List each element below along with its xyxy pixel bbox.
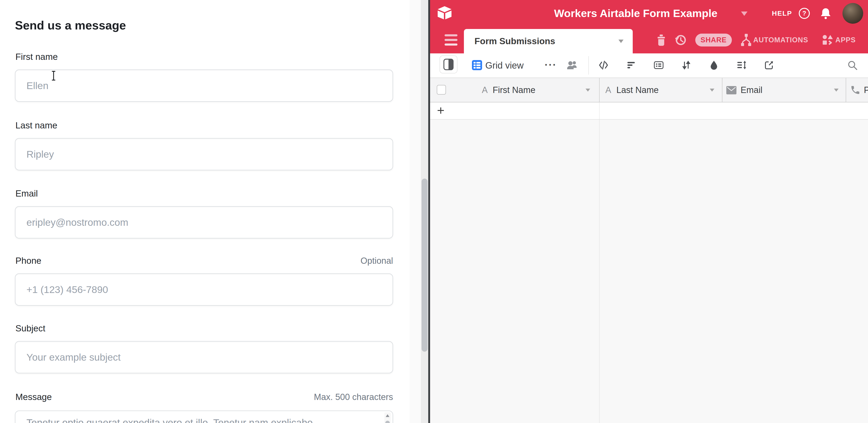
help-glyph: ? bbox=[802, 10, 806, 17]
email-label: Email bbox=[16, 188, 38, 199]
base-title-caret-icon[interactable] bbox=[741, 11, 747, 16]
email-input[interactable]: eripley@nostromo.com bbox=[15, 206, 393, 238]
email-field-icon bbox=[726, 86, 737, 94]
grid-header-row: A First Name A Last Name Email Phone bbox=[430, 78, 868, 102]
notifications-bell-icon[interactable] bbox=[820, 8, 831, 19]
airtable-logo-icon[interactable] bbox=[437, 6, 452, 20]
sidebar-toggle-button[interactable] bbox=[439, 56, 458, 73]
column-last-name[interactable]: Last Name bbox=[616, 78, 659, 102]
message-textarea[interactable]: Tenetur optio quaerat expedita vero et i… bbox=[15, 411, 393, 423]
form-page-gutter bbox=[410, 0, 421, 423]
sort-icon[interactable] bbox=[681, 60, 691, 70]
add-row-plus-icon[interactable]: + bbox=[437, 102, 444, 119]
column-divider[interactable] bbox=[846, 78, 846, 102]
user-avatar[interactable] bbox=[842, 3, 863, 24]
message-scrollbar-thumb[interactable] bbox=[385, 421, 390, 423]
first-name-input[interactable]: Ellen bbox=[15, 69, 393, 102]
airtable-topbar: Workers Airtable Form Example HELP ? bbox=[430, 0, 868, 27]
row-height-icon[interactable] bbox=[737, 60, 747, 70]
sidebar-toggle-icon bbox=[443, 59, 454, 70]
column-phone[interactable]: Phone bbox=[864, 78, 868, 102]
column-divider[interactable] bbox=[722, 78, 722, 102]
share-view-icon[interactable] bbox=[764, 60, 774, 70]
automations-button[interactable]: AUTOMATIONS bbox=[753, 27, 808, 53]
text-cursor-icon bbox=[51, 70, 56, 81]
frozen-column-divider bbox=[599, 102, 599, 119]
history-icon[interactable] bbox=[675, 34, 686, 46]
share-label: SHARE bbox=[701, 36, 727, 44]
tab-label: Form Submissions bbox=[474, 29, 555, 53]
email-placeholder: eripley@nostromo.com bbox=[26, 217, 128, 228]
hide-fields-icon[interactable] bbox=[598, 60, 609, 70]
first-name-placeholder: Ellen bbox=[26, 80, 49, 91]
trash-icon[interactable] bbox=[656, 34, 666, 46]
phone-field-icon bbox=[850, 85, 861, 95]
message-label: Message bbox=[16, 392, 52, 402]
phone-optional-note: Optional bbox=[361, 255, 393, 266]
airtable-panel: Workers Airtable Form Example HELP ? For… bbox=[430, 0, 868, 423]
color-icon[interactable] bbox=[709, 60, 719, 70]
last-name-input[interactable]: Ripley bbox=[15, 138, 393, 170]
tab-form-submissions[interactable]: Form Submissions bbox=[464, 29, 633, 53]
column-caret-icon[interactable] bbox=[834, 89, 839, 92]
phone-label: Phone bbox=[16, 255, 41, 266]
page-scrollbar-thumb[interactable] bbox=[422, 179, 428, 352]
view-name[interactable]: Grid view bbox=[485, 53, 524, 78]
last-name-placeholder: Ripley bbox=[26, 149, 54, 160]
column-caret-icon[interactable] bbox=[710, 89, 714, 92]
grid-empty-area bbox=[430, 120, 868, 423]
scroll-up-arrow-icon[interactable] bbox=[386, 414, 390, 417]
apps-icon[interactable] bbox=[823, 34, 833, 46]
airtable-tablebar: Form Submissions SHARE bbox=[430, 27, 868, 53]
help-circle-icon[interactable]: ? bbox=[799, 8, 810, 19]
group-icon[interactable] bbox=[654, 60, 664, 70]
search-icon[interactable] bbox=[847, 60, 858, 70]
select-all-checkbox[interactable] bbox=[437, 85, 446, 95]
view-toolbar: Grid view ··· bbox=[430, 53, 868, 78]
contact-form-panel: Send us a message First name Ellen Last … bbox=[0, 0, 410, 423]
collaborators-icon[interactable] bbox=[567, 60, 578, 70]
phone-input[interactable]: +1 (123) 456-7890 bbox=[15, 273, 393, 306]
tab-caret-icon[interactable] bbox=[618, 39, 623, 43]
phone-placeholder: +1 (123) 456-7890 bbox=[26, 284, 108, 295]
filter-icon[interactable] bbox=[626, 60, 636, 70]
share-button[interactable]: SHARE bbox=[695, 34, 732, 47]
grid-view-icon[interactable] bbox=[472, 60, 482, 70]
subject-label: Subject bbox=[16, 323, 45, 334]
apps-button[interactable]: APPS bbox=[835, 27, 856, 53]
text-field-icon: A bbox=[482, 78, 488, 102]
subject-placeholder: Your example subject bbox=[26, 352, 121, 363]
window-divider bbox=[428, 0, 430, 423]
base-title[interactable]: Workers Airtable Form Example bbox=[554, 7, 717, 20]
message-maxlength-note: Max. 500 characters bbox=[314, 392, 393, 402]
message-text: Tenetur optio quaerat expedita vero et i… bbox=[26, 417, 374, 423]
column-caret-icon[interactable] bbox=[586, 89, 590, 92]
toolbar-divider bbox=[588, 56, 589, 74]
message-scrollbar[interactable] bbox=[384, 413, 391, 423]
automations-icon[interactable] bbox=[741, 34, 752, 46]
column-email[interactable]: Email bbox=[741, 78, 763, 102]
form-heading: Send us a message bbox=[15, 19, 126, 32]
column-first-name[interactable]: First Name bbox=[493, 78, 535, 102]
add-row[interactable]: + bbox=[430, 102, 868, 120]
help-button[interactable]: HELP bbox=[772, 0, 792, 27]
subject-input[interactable]: Your example subject bbox=[15, 341, 393, 373]
last-name-label: Last name bbox=[16, 120, 57, 131]
first-name-label: First name bbox=[16, 52, 58, 62]
menu-hamburger-icon[interactable] bbox=[444, 34, 458, 46]
frozen-column-divider bbox=[599, 120, 599, 423]
column-divider[interactable] bbox=[599, 78, 599, 102]
view-more-button[interactable]: ··· bbox=[545, 53, 557, 77]
text-field-icon: A bbox=[606, 78, 611, 102]
